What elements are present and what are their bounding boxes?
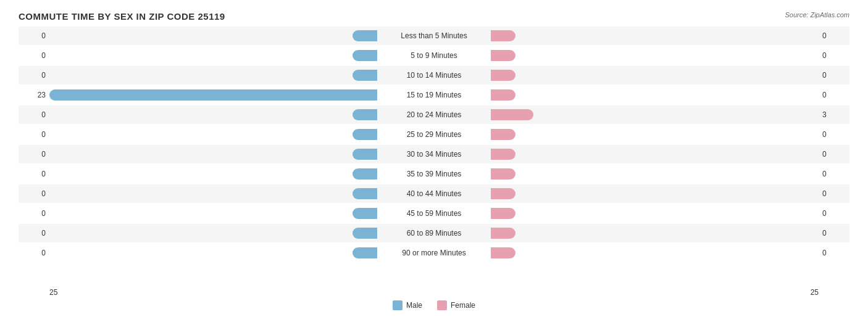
bars-container: 10 to 14 Minutes <box>49 66 819 85</box>
bars-container: 20 to 24 Minutes <box>49 105 819 124</box>
legend-female: Female <box>437 300 475 310</box>
male-bar <box>353 247 377 258</box>
male-bar <box>353 129 377 140</box>
female-bar <box>491 50 515 61</box>
left-value: 0 <box>19 170 49 178</box>
female-label: Female <box>451 301 475 310</box>
row-label: 10 to 14 Minutes <box>378 71 490 80</box>
bars-container: 40 to 44 Minutes <box>49 184 819 203</box>
table-row: 0 5 to 9 Minutes 0 <box>19 46 849 65</box>
left-bar-area <box>49 204 378 223</box>
bars-container: 35 to 39 Minutes <box>49 165 819 183</box>
bars-container: 5 to 9 Minutes <box>49 46 819 65</box>
left-bar-area <box>49 165 378 183</box>
left-value: 0 <box>19 150 49 159</box>
bars-container: 30 to 34 Minutes <box>49 145 819 163</box>
left-bar-area <box>49 46 378 65</box>
left-bar-area <box>49 105 378 124</box>
row-label: 60 to 89 Minutes <box>378 229 490 237</box>
row-label: 35 to 39 Minutes <box>378 170 490 178</box>
left-bar-area <box>49 66 378 85</box>
right-value: 3 <box>819 110 849 119</box>
row-label: 45 to 59 Minutes <box>378 209 490 218</box>
table-row: 0 35 to 39 Minutes 0 <box>19 165 849 183</box>
male-label: Male <box>406 301 422 310</box>
left-bar-area <box>49 244 378 262</box>
x-axis: 25 25 <box>19 288 849 297</box>
row-label: 25 to 29 Minutes <box>378 130 490 139</box>
female-bar <box>491 89 515 101</box>
right-value: 0 <box>819 150 849 159</box>
x-axis-right: 25 <box>811 288 819 297</box>
female-bar <box>491 149 515 160</box>
male-bar <box>49 89 377 101</box>
right-value: 0 <box>819 189 849 198</box>
female-bar <box>491 168 515 180</box>
x-axis-left: 25 <box>49 288 57 297</box>
right-value: 0 <box>819 229 849 237</box>
right-value: 0 <box>819 91 849 99</box>
right-bar-area <box>490 86 819 104</box>
table-row: 0 45 to 59 Minutes 0 <box>19 204 849 223</box>
chart-container: COMMUTE TIME BY SEX IN ZIP CODE 25119 So… <box>0 0 868 322</box>
bars-container: 45 to 59 Minutes <box>49 204 819 223</box>
table-row: 0 60 to 89 Minutes 0 <box>19 224 849 242</box>
bars-container: Less than 5 Minutes <box>49 27 819 45</box>
legend: Male Female <box>19 300 849 310</box>
table-row: 0 20 to 24 Minutes 3 <box>19 105 849 124</box>
male-swatch <box>393 300 403 310</box>
male-bar <box>353 208 377 219</box>
left-bar-area <box>49 27 378 45</box>
left-bar-area <box>49 224 378 242</box>
source-label: Source: ZipAtlas.com <box>785 11 849 19</box>
female-bar <box>491 208 515 219</box>
male-bar <box>353 149 377 160</box>
right-value: 0 <box>819 31 849 40</box>
left-value: 0 <box>19 31 49 40</box>
left-value: 23 <box>19 91 49 99</box>
male-bar <box>353 50 377 61</box>
right-bar-area <box>490 224 819 242</box>
female-bar <box>491 129 515 140</box>
male-bar <box>353 168 377 180</box>
right-bar-area <box>490 105 819 124</box>
right-value: 0 <box>819 209 849 218</box>
left-value: 0 <box>19 209 49 218</box>
table-row: 0 90 or more Minutes 0 <box>19 244 849 262</box>
bars-container: 25 to 29 Minutes <box>49 125 819 144</box>
right-bar-area <box>490 145 819 163</box>
left-value: 0 <box>19 110 49 119</box>
right-bar-area <box>490 204 819 223</box>
bars-container: 15 to 19 Minutes <box>49 86 819 104</box>
male-bar <box>353 30 377 41</box>
right-bar-area <box>490 46 819 65</box>
male-bar <box>353 70 377 81</box>
right-bar-area <box>490 125 819 144</box>
table-row: 0 40 to 44 Minutes 0 <box>19 184 849 203</box>
chart-title: COMMUTE TIME BY SEX IN ZIP CODE 25119 <box>19 11 849 22</box>
row-label: 40 to 44 Minutes <box>378 189 490 198</box>
table-row: 0 10 to 14 Minutes 0 <box>19 66 849 85</box>
right-value: 0 <box>819 170 849 178</box>
left-bar-area <box>49 184 378 203</box>
male-bar <box>353 109 377 120</box>
left-value: 0 <box>19 130 49 139</box>
row-label: 30 to 34 Minutes <box>378 150 490 159</box>
right-bar-area <box>490 27 819 45</box>
left-value: 0 <box>19 189 49 198</box>
left-bar-area <box>49 125 378 144</box>
right-value: 0 <box>819 71 849 80</box>
table-row: 0 30 to 34 Minutes 0 <box>19 145 849 163</box>
row-label: 5 to 9 Minutes <box>378 51 490 60</box>
male-bar <box>353 188 377 199</box>
right-value: 0 <box>819 249 849 257</box>
female-bar <box>491 228 515 239</box>
left-bar-area <box>49 145 378 163</box>
female-bar <box>491 70 515 81</box>
right-value: 0 <box>819 130 849 139</box>
bars-container: 60 to 89 Minutes <box>49 224 819 242</box>
row-label: 15 to 19 Minutes <box>378 91 490 99</box>
female-swatch <box>437 300 447 310</box>
row-label: 20 to 24 Minutes <box>378 110 490 119</box>
table-row: 23 15 to 19 Minutes 0 <box>19 86 849 104</box>
